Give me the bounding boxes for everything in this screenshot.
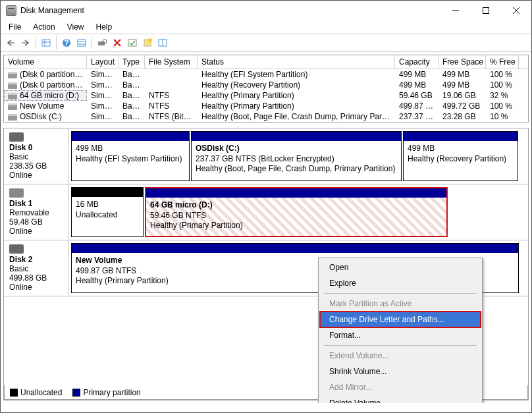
volume-row[interactable]: (Disk 0 partition 4)SimpleBasicHealthy (… <box>4 80 528 90</box>
col-status[interactable]: Status <box>198 55 395 69</box>
disk-info[interactable]: Disk 0Basic238.35 GBOnline <box>4 128 68 184</box>
table-view-icon[interactable] <box>39 36 53 50</box>
volume-row[interactable]: 64 GB micro (D:)SimpleBasicNTFSHealthy (… <box>4 90 528 101</box>
col-percentfree[interactable]: % Free <box>486 55 519 69</box>
close-button[interactable] <box>501 1 531 20</box>
drive-icon <box>8 103 17 110</box>
svg-rect-18 <box>128 40 136 46</box>
disk-management-window: Disk Management File Action View Help ? … <box>0 0 532 413</box>
volume-row[interactable]: OSDisk (C:)SimpleBasicNTFS (BitLo...Heal… <box>4 111 528 122</box>
window-title: Disk Management <box>20 6 440 15</box>
partition[interactable]: 64 GB micro (D:)59.46 GB NTFSHealthy (Pr… <box>145 187 448 237</box>
partition[interactable]: 499 MBHealthy (EFI System Partition) <box>71 131 190 181</box>
help-icon[interactable]: ? <box>59 36 74 50</box>
menu-view[interactable]: View <box>62 21 90 33</box>
minimize-button[interactable] <box>440 1 471 20</box>
drive-icon <box>8 114 17 121</box>
maximize-button[interactable] <box>471 1 501 20</box>
menubar: File Action View Help <box>1 20 531 34</box>
disk-row: Disk 1Removable59.48 GBOnline16 MBUnallo… <box>4 184 528 240</box>
toolbar: ? <box>1 34 531 52</box>
svg-rect-6 <box>42 40 50 46</box>
delete-icon[interactable] <box>110 36 124 50</box>
context-menu: Open Explore Mark Partition as Active Ch… <box>318 258 483 403</box>
ctx-format[interactable]: Format... <box>320 327 481 343</box>
drive-icon <box>8 72 17 78</box>
drive-icon <box>8 93 17 99</box>
disk-icon <box>9 244 24 254</box>
menu-help[interactable]: Help <box>91 21 118 33</box>
legend-unallocated: Unallocated <box>10 388 62 397</box>
volume-row[interactable]: New VolumeSimpleBasicNTFSHealthy (Primar… <box>4 101 528 111</box>
disk-info[interactable]: Disk 1Removable59.48 GBOnline <box>4 184 68 240</box>
back-button[interactable] <box>3 36 18 50</box>
disk-row: Disk 0Basic238.35 GBOnline499 MBHealthy … <box>4 128 528 184</box>
ctx-mark-active: Mark Partition as Active <box>320 296 481 312</box>
menu-action[interactable]: Action <box>28 21 60 33</box>
col-volume[interactable]: Volume <box>4 55 87 69</box>
menu-file[interactable]: File <box>3 21 26 33</box>
unallocated-space[interactable]: 16 MBUnallocated <box>71 187 144 237</box>
svg-rect-11 <box>78 40 86 46</box>
forward-button[interactable] <box>18 36 33 50</box>
ctx-open[interactable]: Open <box>320 260 481 275</box>
ctx-explore[interactable]: Explore <box>320 275 481 291</box>
drive-icon <box>8 82 17 89</box>
partition[interactable]: OSDisk (C:)237.37 GB NTFS (BitLocker Enc… <box>191 131 402 181</box>
volume-list-header: Volume Layout Type File System Status Ca… <box>4 55 528 69</box>
ctx-add-mirror: Add Mirror... <box>320 379 481 395</box>
col-freespace[interactable]: Free Space <box>439 55 486 69</box>
scan-icon[interactable] <box>95 36 109 50</box>
new-icon[interactable] <box>140 36 155 50</box>
app-icon <box>6 5 16 16</box>
titlebar[interactable]: Disk Management <box>1 1 531 20</box>
ctx-shrink[interactable]: Shrink Volume... <box>320 364 481 379</box>
volume-list: Volume Layout Type File System Status Ca… <box>3 55 529 123</box>
ctx-extend: Extend Volume... <box>320 348 481 364</box>
disk-icon <box>9 188 24 198</box>
col-type[interactable]: Type <box>119 55 145 69</box>
check-icon[interactable] <box>125 36 140 50</box>
grid-icon[interactable] <box>74 36 89 50</box>
ctx-change-letter[interactable]: Change Drive Letter and Paths... <box>320 312 481 327</box>
ctx-delete[interactable]: Delete Volume... <box>320 395 481 403</box>
col-layout[interactable]: Layout <box>87 55 119 69</box>
properties-icon[interactable] <box>155 36 170 50</box>
svg-point-20 <box>148 38 152 42</box>
legend-primary: Primary partition <box>72 388 140 397</box>
disk-info[interactable]: Disk 2Basic499.88 GBOnline <box>4 240 68 296</box>
volume-row[interactable]: (Disk 0 partition 1)SimpleBasicHealthy (… <box>4 69 528 80</box>
statusbar <box>1 403 531 412</box>
svg-rect-1 <box>483 8 489 14</box>
svg-text:?: ? <box>64 38 68 47</box>
partition[interactable]: 499 MBHealthy (Recovery Partition) <box>403 131 518 181</box>
col-filesystem[interactable]: File System <box>145 55 198 69</box>
col-capacity[interactable]: Capacity <box>395 55 439 69</box>
disk-icon <box>9 132 24 142</box>
